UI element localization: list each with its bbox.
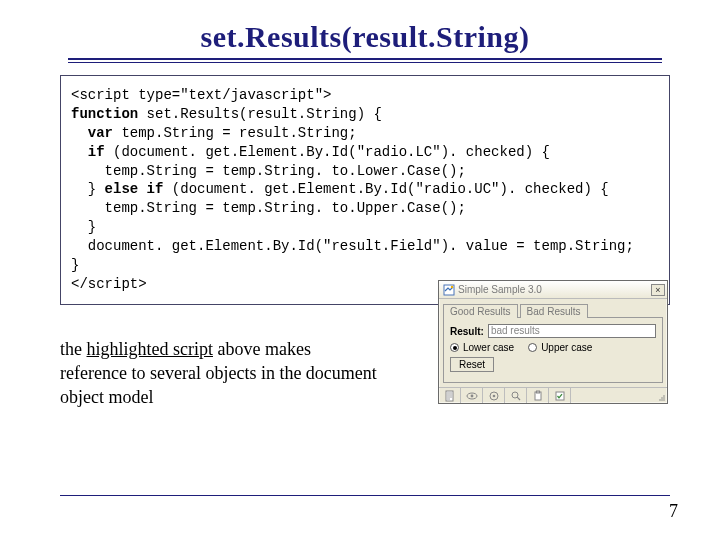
svg-point-1 — [451, 285, 453, 287]
svg-point-16 — [661, 397, 663, 399]
demo-statusbar — [439, 387, 667, 403]
caption-highlight: highlighted script — [87, 339, 213, 359]
code-text: set.Results(result.String) { — [138, 106, 382, 122]
status-clipboard-icon — [527, 388, 549, 403]
radio-lower-case[interactable] — [450, 343, 459, 352]
code-line: document. get.Element.By.Id("result.Fiel… — [71, 238, 634, 254]
svg-point-7 — [512, 392, 518, 398]
code-text: (document. get.Element.By.Id("radio.LC")… — [105, 144, 550, 160]
tab-bad-results[interactable]: Bad Results — [520, 304, 588, 318]
code-block: <script type="text/javascript"> function… — [60, 75, 670, 305]
footer-divider — [60, 495, 670, 496]
code-text: (document. get.Element.By.Id("radio.UC")… — [163, 181, 608, 197]
status-todo-icon — [549, 388, 571, 403]
svg-point-12 — [663, 399, 665, 401]
status-eye-icon — [461, 388, 483, 403]
radio-upper-case[interactable] — [528, 343, 537, 352]
demo-titlebar: Simple Sample 3.0 × — [439, 281, 667, 299]
result-label: Result: — [450, 326, 484, 337]
status-zoom-icon — [505, 388, 527, 403]
page-number: 7 — [669, 501, 678, 522]
svg-point-17 — [663, 395, 665, 397]
code-line: } — [71, 257, 79, 273]
code-keyword: function — [71, 106, 138, 122]
divider-thick — [68, 58, 662, 60]
status-circle-icon — [483, 388, 505, 403]
code-line: } — [71, 219, 96, 235]
code-line: temp.String = temp.String. to.Upper.Case… — [71, 200, 466, 216]
app-icon — [443, 284, 455, 296]
close-button[interactable]: × — [651, 284, 665, 296]
tab-good-results[interactable]: Good Results — [443, 304, 518, 318]
resize-grip-icon[interactable] — [653, 388, 667, 403]
code-line: temp.String = temp.String. to.Lower.Case… — [71, 163, 466, 179]
code-keyword: var — [71, 125, 113, 141]
caption-text: the highlighted script above makes refer… — [60, 337, 380, 410]
svg-line-8 — [517, 397, 520, 400]
code-text: script> — [88, 276, 147, 292]
demo-panel: Result: bad results Lower case Upper cas… — [443, 317, 663, 383]
radio-lower-label: Lower case — [463, 342, 514, 353]
demo-window: Simple Sample 3.0 × Good Results Bad Res… — [438, 280, 668, 404]
svg-point-6 — [492, 394, 495, 397]
status-document-icon — [439, 388, 461, 403]
code-line: <script type="text/javascript"> — [71, 87, 331, 103]
demo-window-title: Simple Sample 3.0 — [458, 284, 542, 295]
svg-point-13 — [661, 399, 663, 401]
svg-rect-10 — [536, 391, 539, 393]
reset-button[interactable]: Reset — [450, 357, 494, 372]
code-text: temp.String = result.String; — [113, 125, 357, 141]
svg-rect-2 — [446, 391, 453, 401]
radio-upper-label: Upper case — [541, 342, 592, 353]
svg-point-4 — [470, 394, 473, 397]
divider-thin — [68, 62, 662, 63]
code-text: } — [71, 181, 105, 197]
code-keyword: else if — [105, 181, 164, 197]
code-keyword: if — [71, 144, 105, 160]
svg-point-15 — [659, 399, 661, 401]
slide-title: set.Results(result.String) — [60, 20, 670, 54]
status-spacer — [571, 388, 653, 403]
code-text: </ — [71, 276, 88, 292]
caption-pre: the — [60, 339, 87, 359]
svg-point-14 — [663, 397, 665, 399]
demo-tabs: Good Results Bad Results — [439, 299, 667, 317]
result-field[interactable]: bad results — [488, 324, 656, 338]
